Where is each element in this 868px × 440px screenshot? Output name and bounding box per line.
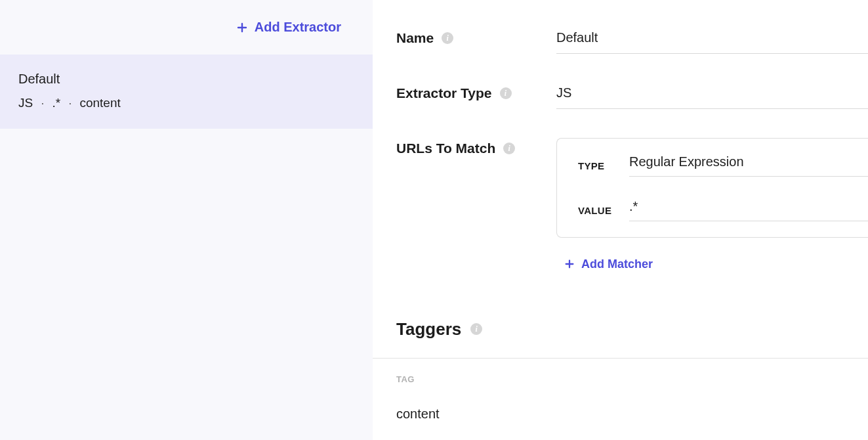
matcher-value-input[interactable]: .* bbox=[629, 199, 868, 221]
add-extractor-label: Add Extractor bbox=[255, 20, 341, 35]
urls-field-cell: TYPE Regular Expression VALUE .* bbox=[556, 138, 868, 273]
taggers-body: TAG content bbox=[373, 359, 868, 422]
name-field-cell: Default bbox=[556, 28, 868, 54]
extractor-sidebar: Add Extractor Default JS · .* · content bbox=[0, 0, 373, 440]
extractor-type-select[interactable]: JS bbox=[556, 83, 868, 109]
urls-label: URLs To Match bbox=[396, 141, 495, 156]
tagger-row[interactable]: content bbox=[396, 407, 868, 422]
plus-icon bbox=[564, 259, 576, 271]
taggers-header: Taggers i bbox=[373, 319, 868, 359]
extractor-item-tag: content bbox=[79, 96, 120, 110]
matcher-type-select[interactable]: Regular Expression bbox=[629, 154, 868, 177]
add-matcher-label: Add Matcher bbox=[581, 257, 653, 271]
taggers-heading: Taggers bbox=[396, 319, 461, 340]
extractor-form: Name i Default Extractor Type i JS bbox=[373, 0, 868, 273]
app-root: Add Extractor Default JS · .* · content … bbox=[0, 0, 868, 440]
name-label: Name bbox=[396, 30, 434, 46]
taggers-column-header: TAG bbox=[396, 374, 868, 384]
matcher-value-label: VALUE bbox=[578, 205, 629, 216]
extractor-item-pattern: .* bbox=[52, 96, 60, 110]
extractor-type-field-cell: JS bbox=[556, 83, 868, 109]
add-matcher-button[interactable]: Add Matcher bbox=[564, 257, 653, 271]
name-input[interactable]: Default bbox=[556, 28, 868, 54]
separator-dot: · bbox=[68, 96, 72, 110]
extractor-type-label-cell: Extractor Type i bbox=[396, 83, 556, 101]
info-icon[interactable]: i bbox=[442, 32, 453, 44]
matcher-value-row: VALUE .* bbox=[578, 199, 868, 221]
name-label-cell: Name i bbox=[396, 28, 556, 46]
add-matcher-row: Add Matcher bbox=[556, 257, 868, 273]
extractor-item-type: JS bbox=[18, 96, 33, 110]
matcher-box: TYPE Regular Expression VALUE .* bbox=[556, 138, 868, 238]
urls-row: URLs To Match i TYPE Regular Expression … bbox=[396, 138, 868, 273]
plus-icon bbox=[236, 22, 248, 33]
extractor-item-subtitle: JS · .* · content bbox=[18, 96, 354, 110]
extractor-item-title: Default bbox=[18, 72, 354, 87]
info-icon[interactable]: i bbox=[503, 143, 515, 154]
info-icon[interactable]: i bbox=[500, 87, 512, 99]
info-icon[interactable]: i bbox=[470, 323, 482, 335]
urls-label-cell: URLs To Match i bbox=[396, 138, 556, 156]
sidebar-header: Add Extractor bbox=[0, 0, 373, 55]
extractor-type-label: Extractor Type bbox=[396, 85, 492, 101]
extractor-detail-pane: Name i Default Extractor Type i JS bbox=[373, 0, 868, 440]
matcher-type-label: TYPE bbox=[578, 160, 629, 171]
extractor-type-row: Extractor Type i JS bbox=[396, 83, 868, 109]
name-row: Name i Default bbox=[396, 28, 868, 54]
add-extractor-button[interactable]: Add Extractor bbox=[236, 20, 341, 35]
separator-dot: · bbox=[41, 96, 44, 110]
matcher-type-row: TYPE Regular Expression bbox=[578, 154, 868, 177]
extractor-list-item[interactable]: Default JS · .* · content bbox=[0, 55, 373, 129]
